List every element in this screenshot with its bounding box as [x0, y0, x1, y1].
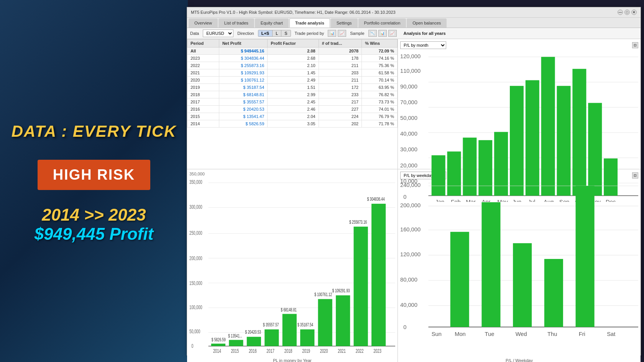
cell-profit: $ 20420.53 — [219, 106, 267, 113]
table-row[interactable]: 2017 $ 35557.57 2.45 217 73.73 % — [187, 98, 398, 106]
svg-text:20,000: 20,000 — [400, 162, 417, 169]
period-icon-1[interactable]: 📊 — [328, 30, 336, 37]
sample-icon-2[interactable]: 📊 — [378, 30, 387, 37]
svg-text:50,000: 50,000 — [400, 115, 417, 121]
maximize-button[interactable]: □ — [624, 10, 630, 15]
svg-text:240,000: 240,000 — [400, 182, 421, 188]
pl-month-expand-button[interactable]: ⊡ — [632, 42, 638, 48]
svg-text:$ 35557.57: $ 35557.57 — [263, 322, 279, 327]
cell-profit: $ 949445.16 — [219, 48, 267, 55]
svg-text:80,000: 80,000 — [400, 277, 417, 283]
cell-trades: 211 — [319, 62, 362, 69]
cell-factor: 2.99 — [268, 91, 319, 98]
high-risk-text: HIGH RISK — [53, 167, 135, 183]
cell-factor: 2.10 — [268, 62, 319, 69]
cell-wins: 76.79 % — [362, 113, 398, 120]
svg-text:$ 13541...: $ 13541... — [228, 333, 242, 338]
svg-text:30,000: 30,000 — [400, 146, 417, 152]
weekday-chart-svg: 240,000 200,000 160,000 120,000 80,000 4… — [400, 181, 638, 357]
svg-text:$ 35187.54: $ 35187.54 — [297, 322, 313, 327]
data-select[interactable]: EURUSD — [203, 29, 233, 37]
svg-rect-103 — [513, 243, 532, 327]
close-button[interactable]: ✕ — [631, 10, 637, 15]
pl-month-select[interactable]: P/L by month — [400, 41, 446, 49]
tab-portfolio-correlation[interactable]: Portfolio correlation — [358, 18, 406, 28]
svg-text:0: 0 — [403, 324, 406, 330]
high-risk-banner: HIGH RISK — [38, 160, 150, 190]
tab-trade-analysis[interactable]: Trade analysis — [289, 18, 330, 28]
cell-wins: 70.14 % — [362, 77, 398, 84]
window-title: MT5 EuroPips Pro V1.0 - High Risk Symbol… — [191, 10, 396, 15]
svg-text:Sat: Sat — [607, 331, 615, 337]
table-row[interactable]: 2021 $ 109291.93 1.45 203 61.58 % — [187, 69, 398, 77]
sample-controls: 📉 📊 📈 — [368, 30, 397, 37]
direction-s-button[interactable]: S — [281, 30, 290, 36]
cell-profit: $ 35187.54 — [219, 84, 267, 91]
cell-period: 2014 — [187, 120, 219, 128]
table-row[interactable]: 2020 $ 100761.12 2.49 211 70.14 % — [187, 77, 398, 84]
cell-wins: 73.73 % — [362, 98, 398, 106]
weekday-chart-area: 240,000 200,000 160,000 120,000 80,000 4… — [400, 181, 638, 357]
svg-text:Thu: Thu — [547, 331, 557, 337]
cell-wins: 61.58 % — [362, 69, 398, 77]
table-row[interactable]: All $ 949445.16 2.08 2078 72.09 % — [187, 48, 398, 55]
svg-text:2023: 2023 — [373, 348, 381, 354]
cell-factor: 1.45 — [268, 69, 319, 77]
svg-rect-102 — [481, 202, 500, 327]
period-controls: 📊 📈 — [328, 30, 346, 37]
svg-text:90,000: 90,000 — [400, 84, 417, 90]
year-range-text: 2014 >> 2023 — [34, 205, 154, 224]
sample-icon-1[interactable]: 📉 — [368, 30, 377, 37]
cell-trades: 202 — [319, 120, 362, 128]
svg-text:2016: 2016 — [249, 348, 257, 354]
year-banner: 2014 >> 2023 $949,445 Profit — [34, 205, 154, 244]
cell-trades: 224 — [319, 113, 362, 120]
svg-text:2017: 2017 — [266, 348, 274, 354]
toolbar: Data EURUSD Direction L+S L S Trade peri… — [187, 28, 641, 39]
cell-trades: 211 — [319, 77, 362, 84]
tab-settings[interactable]: Settings — [331, 18, 358, 28]
table-row[interactable]: 2018 $ 68148.81 2.99 233 76.82 % — [187, 91, 398, 98]
cell-period: 2019 — [187, 84, 219, 91]
title-bar: MT5 EuroPips Pro V1.0 - High Risk Symbol… — [187, 7, 641, 18]
direction-label: Direction — [237, 31, 254, 36]
svg-text:2014: 2014 — [213, 348, 221, 354]
svg-rect-22 — [510, 86, 524, 196]
svg-text:200,000: 200,000 — [400, 202, 421, 208]
cell-profit: $ 13541.47 — [219, 113, 267, 120]
year-chart-y-scale: 350,000 — [189, 172, 205, 176]
cell-wins: 74.01 % — [362, 106, 398, 113]
svg-text:120,000: 120,000 — [400, 53, 421, 59]
tab-equity-chart[interactable]: Equity chart — [255, 18, 289, 28]
table-row[interactable]: 2023 $ 304836.44 2.68 178 74.16 % — [187, 55, 398, 62]
tab-open-balances[interactable]: Open balances — [407, 18, 447, 28]
year-chart-area: 350,000 300,000 250,000 200,000 150,000 … — [189, 178, 395, 357]
table-row[interactable]: 2015 $ 13541.47 2.04 224 76.79 % — [187, 113, 398, 120]
direction-l-button[interactable]: L — [273, 30, 281, 36]
left-panel: DATA : EVERY TICK HIGH RISK 2014 >> 2023… — [0, 0, 188, 362]
svg-text:2019: 2019 — [302, 348, 310, 354]
svg-text:2021: 2021 — [338, 348, 346, 354]
svg-text:$ 68148.81: $ 68148.81 — [281, 307, 297, 312]
cell-trades: 217 — [319, 98, 362, 106]
svg-text:300,000: 300,000 — [189, 204, 202, 210]
cell-wins: 71.78 % — [362, 120, 398, 128]
minimize-button[interactable]: — — [618, 10, 623, 15]
cell-trades: 2078 — [319, 48, 362, 55]
svg-rect-67 — [300, 329, 314, 346]
direction-ls-button[interactable]: L+S — [258, 30, 273, 36]
table-row[interactable]: 2016 $ 20420.53 2.46 227 74.01 % — [187, 106, 398, 113]
tab-overview[interactable]: Overview — [189, 18, 218, 28]
data-every-tick-text: DATA : EVERY TICK — [12, 122, 177, 141]
svg-rect-23 — [526, 80, 539, 195]
svg-text:250,000: 250,000 — [189, 230, 202, 236]
sample-icon-3[interactable]: 📈 — [388, 30, 397, 37]
svg-text:110,000: 110,000 — [400, 68, 421, 74]
tab-list-of-trades[interactable]: List of trades — [219, 18, 254, 28]
col-wins: % Wins — [362, 39, 398, 48]
cell-wins: 75.36 % — [362, 62, 398, 69]
period-icon-2[interactable]: 📈 — [338, 30, 346, 37]
table-row[interactable]: 2019 $ 35187.54 1.51 172 63.95 % — [187, 84, 398, 91]
table-row[interactable]: 2014 $ 5826.59 3.05 202 71.78 % — [187, 120, 398, 128]
table-row[interactable]: 2022 $ 255873.16 2.10 211 75.36 % — [187, 62, 398, 69]
